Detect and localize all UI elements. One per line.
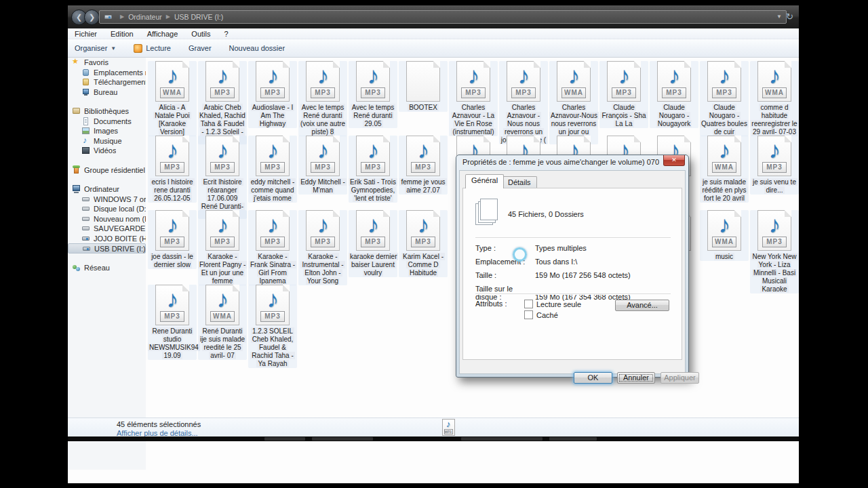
field-type: Type :Types multiples xyxy=(475,244,676,252)
sidebar-item-sauvegarde-g[interactable]: SAUVEGARDE (G:) xyxy=(68,224,146,234)
apply-button[interactable]: Appliquer xyxy=(660,372,699,384)
address-dropdown-icon[interactable]: ▼ xyxy=(776,11,782,23)
menu-edition[interactable]: Edition xyxy=(111,30,134,38)
file-item-karaoke-instrumental-elton-john-your-song[interactable]: ♪MP3Karaoke - Instrumental - Elton John … xyxy=(298,210,347,285)
file-item-claude-francois-sha-la-la[interactable]: ♪MP3Claude François - Sha La La xyxy=(599,61,648,128)
file-item-ecrit-lhistoire-rearanger-17-06-009-rene-duranti-07mp3[interactable]: ♪MP3Ecrit lhistoire réaranger 17.06.009 … xyxy=(198,136,247,219)
file-item-erik-sati-trois-gymnopedies-lent-et-triste[interactable]: ♪MP3Erik Sati - Trois Gymnopedies, 'lent… xyxy=(349,136,397,203)
file-item-charles-aznavour-la-vie-en-rose-instrumental[interactable]: ♪MP3Charles Aznavour - La Vie En Rose (i… xyxy=(449,61,498,136)
ok-button[interactable]: OK xyxy=(574,372,612,384)
sidebar-item-reseau[interactable]: Réseau xyxy=(68,263,146,273)
menu-fichier[interactable]: Fichier xyxy=(75,30,97,38)
lecture-button[interactable]: Lecture xyxy=(134,44,171,53)
taskbar-strip xyxy=(68,436,799,441)
breadcrumb-usb-drive[interactable]: USB DRIVE (I:) xyxy=(174,11,223,23)
file-item-new-york-new-york-liza-minnelli-basi-musicali-karaoke[interactable]: ♪MP3New York New York - Liza Minnelli - … xyxy=(750,210,799,293)
file-item-charles-aznavour-nous-nous-reverrons-un-jour-ou-l-autre[interactable]: ♪WMACharles Aznavour-Nous nous reverrons… xyxy=(549,61,598,144)
file-item-ecris-l-histoire-rene-duranti-26-05-12-05[interactable]: ♪MP3ecris l histoire rene duranti 26.05.… xyxy=(148,136,197,203)
file-item-bootex[interactable]: BOOTEX xyxy=(399,61,448,112)
refresh-icon[interactable]: ↻ xyxy=(786,12,793,22)
mp3-file-icon: ♪MP3 xyxy=(356,136,390,176)
file-item-1-2-3-soleil-cheb-khaled-faudel-rachid-taha-ya-rayah[interactable]: ♪MP31.2.3 SOLEIL Cheb Khaled, Faudel & R… xyxy=(248,285,297,368)
checkbox-icon[interactable] xyxy=(524,300,533,308)
mp3-file-icon: ♪MP3 xyxy=(406,210,440,251)
sidebar-item-musique[interactable]: Musique xyxy=(68,136,146,146)
music-note-icon: ♪ xyxy=(708,136,741,163)
sidebar-item-ordinateur[interactable]: Ordinateur xyxy=(68,184,146,195)
file-item-charles-aznavour-nous-nous-reverrons-un-jour-ou-l-autre[interactable]: ♪MP3Charles Aznavour - Nous nous reverro… xyxy=(499,61,548,144)
address-bar[interactable]: ▶ Ordinateur ▶ USB DRIVE (I:) ▼ xyxy=(99,10,787,24)
navigation-pane: FavorisEmplacements réTéléchargementsBur… xyxy=(68,58,146,470)
title-bar: ❮ ❯ ▶ Ordinateur ▶ USB DRIVE (I:) ▼ ↻ xyxy=(68,5,799,28)
sidebar-item-windows-7-ordi[interactable]: WINDOWS 7 ordi xyxy=(68,195,146,205)
nouveau-dossier-button[interactable]: Nouveau dossier xyxy=(229,44,285,52)
sidebar-item-telechargements[interactable]: Téléchargements xyxy=(68,77,146,87)
checkbox-lecture-seule[interactable]: Lecture seule xyxy=(524,300,581,308)
mp3-file-icon: ♪MP3 xyxy=(256,285,290,325)
cancel-button[interactable]: Annuler xyxy=(617,372,655,384)
file-item-je-suis-venu-te-dire[interactable]: ♪MP3je suis venu te dire... xyxy=(750,136,799,195)
mp3-file-icon: ♪MP3 xyxy=(256,61,290,102)
file-item-claude-nougaro-quatres-boules-de-cuir[interactable]: ♪MP3Claude Nougaro - Quatres boules de c… xyxy=(700,61,749,136)
file-item-claude-nougaro-nougayork[interactable]: ♪MP3Claude Nougaro - Nougayork xyxy=(650,61,698,128)
tab-details[interactable]: Détails xyxy=(502,176,537,188)
sidebar-item-usb-drive-i[interactable]: USB DRIVE (I:) xyxy=(68,243,146,253)
close-icon[interactable]: ✕ xyxy=(663,155,685,166)
music-note-icon: ♪ xyxy=(708,211,741,238)
file-item-femme-je-vous-aime-27-07[interactable]: ♪MP3femme je vous aime 27.07 xyxy=(399,136,448,195)
tab-general[interactable]: Général xyxy=(465,174,504,188)
file-item-eddy-mitchell-m-man[interactable]: ♪MP3Eddy Mitchell - M'man xyxy=(298,136,347,195)
forward-button[interactable]: ❯ xyxy=(84,9,100,25)
sidebar-item-favoris[interactable]: Favoris xyxy=(68,58,146,68)
advanced-button[interactable]: Avancé... xyxy=(615,300,669,311)
music-note-icon: ♪ xyxy=(307,62,339,89)
recent-icon xyxy=(81,68,90,77)
music-note-icon: ♪ xyxy=(557,62,590,89)
music-note-icon: ♪ xyxy=(206,211,239,238)
sidebar-item-nouveau-nom-e[interactable]: Nouveau nom (E: xyxy=(68,214,146,224)
mp3-file-icon: ♪MP3 xyxy=(306,210,340,251)
breadcrumb-separator: ▶ xyxy=(166,11,170,23)
file-item-karaoke-florent-pagny-et-un-jour-une-femme[interactable]: ♪MP3Karaoke - Florent Pagny - Et un jour… xyxy=(198,210,247,285)
file-item-joe-dassin-le-dernier-slow[interactable]: ♪MP3joe dassin - le dernier slow xyxy=(148,210,197,269)
file-item-karaoke-dernier-baiser-laurent-voulry[interactable]: ♪MP3karaoke dernier baiser Laurent voulr… xyxy=(349,210,397,277)
file-item-rene-duranti-studio-newsmusik94-19-09[interactable]: ♪MP3Rene Duranti studio NEWSMUSIK94 19.0… xyxy=(148,285,197,360)
images-icon xyxy=(81,127,90,135)
file-item-karaoke-frank-sinatra-girl-from-ipanema[interactable]: ♪MP3Karaoke - Frank Sinatra - Girl From … xyxy=(248,210,297,285)
organiser-button[interactable]: Organiser ▼ xyxy=(75,44,116,52)
sidebar-item-videos[interactable]: Vidéos xyxy=(68,146,146,156)
sidebar-item-jojo-boite-h[interactable]: JOJO BOITE (H:) xyxy=(68,234,146,244)
mp3-file-icon: ♪MP3 xyxy=(657,61,691,102)
mp3-file-icon: ♪MP3 xyxy=(356,61,390,102)
music-note-icon: ♪ xyxy=(256,285,289,312)
mp3-file-icon: ♪MP3 xyxy=(507,61,540,102)
sidebar-item-groupe-residentiel[interactable]: Groupe résidentiel xyxy=(68,165,146,176)
file-item-eddy-mitchell-comme-quand-j-etais-mome[interactable]: ♪MP3eddy mitchell - comme quand j'etais … xyxy=(248,136,297,203)
checkbox-cache[interactable]: Caché xyxy=(524,310,558,319)
breadcrumb-computer[interactable]: Ordinateur xyxy=(128,11,162,23)
file-item-audioslave-i-am-the-highway[interactable]: ♪MP3Audioslave - I Am The Highway xyxy=(248,61,297,128)
file-item-avec-le-temps-rene-duranti-voix-une-autre-piste-8[interactable]: ♪MP3Avec le temps René duranti (voix une… xyxy=(298,61,347,136)
file-item-karim-kacel-comme-d-habitude[interactable]: ♪MP3Karim Kacel - Comme D Habitude xyxy=(399,210,448,277)
wma-file-icon: ♪WMA xyxy=(557,61,591,102)
sidebar-item-images[interactable]: Images xyxy=(68,126,146,136)
file-item-alicia-a-natale-puoi-karaoke-version[interactable]: ♪WMAAlicia - A Natale Puoi [Karaoke Vers… xyxy=(148,61,197,136)
sidebar-item-emplacements-re[interactable]: Emplacements ré xyxy=(68,68,146,78)
docs-icon xyxy=(81,117,90,125)
file-item-rene-duranti-ije-suis-malade-reedite-le-25-avril-07[interactable]: ♪WMARené Duranti ije suis malade reedité… xyxy=(198,285,247,360)
sidebar-item-bureau[interactable]: Bureau xyxy=(68,87,146,98)
file-item-avec-le-temps-rene-duranti-29-05[interactable]: ♪MP3Avec le temps René duranti 29.05 xyxy=(349,61,397,128)
graver-button[interactable]: Graver xyxy=(189,44,212,52)
file-item-comme-d-habitude-reenregistrer-le-29-avril-07-03[interactable]: ♪WMAcomme d habitude reenregistrer le 29… xyxy=(750,61,799,136)
menu-item[interactable]: ? xyxy=(224,30,228,38)
file-item-arabic-cheb-khaled-rachid-taha-faudel-1-2-3-soleil-ab[interactable]: ♪MP3Arabic Cheb Khaled, Rachid Taha & Fa… xyxy=(198,61,247,144)
menu-outils[interactable]: Outils xyxy=(191,30,210,38)
menu-affichage[interactable]: Affichage xyxy=(147,30,178,38)
sidebar-item-documents[interactable]: Documents xyxy=(68,117,146,127)
sidebar-item-disque-local-d[interactable]: Disque local (D:) xyxy=(68,204,146,214)
sidebar-item-bibliotheques[interactable]: Bibliothèques xyxy=(68,106,146,117)
file-item-music[interactable]: ♪WMAmusic xyxy=(700,210,749,261)
music-icon xyxy=(81,137,90,145)
checkbox-icon[interactable] xyxy=(524,310,533,319)
file-item-je-suis-malade-reedite-en-plys-fort-le-20-avril[interactable]: ♪WMAje suis malade réédité en plys fort … xyxy=(700,136,749,203)
